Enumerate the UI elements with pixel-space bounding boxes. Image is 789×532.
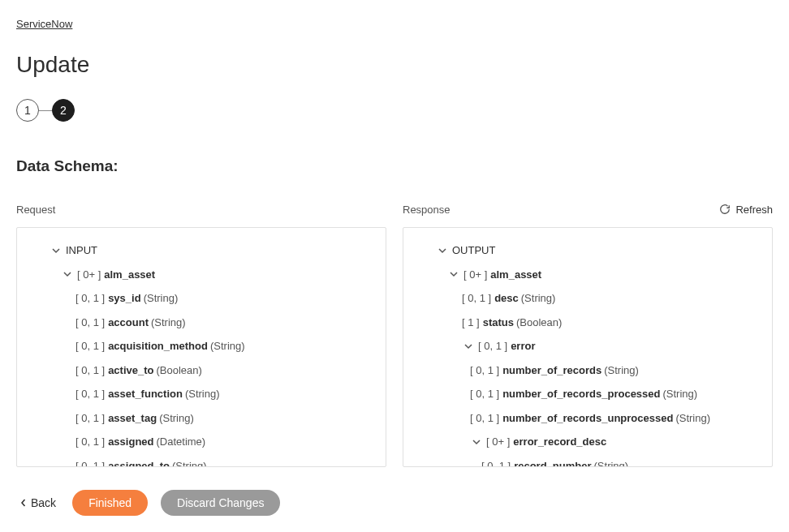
field-name: number_of_records_unprocessed bbox=[502, 410, 673, 427]
page-title: Update bbox=[16, 52, 773, 78]
tree-root-label: OUTPUT bbox=[452, 242, 495, 259]
cardinality: [ 0, 1 ] bbox=[75, 315, 105, 331]
back-button[interactable]: Back bbox=[16, 491, 59, 514]
tree-group[interactable]: [ 0+ ] alm_asset bbox=[25, 265, 377, 285]
field-name: acquisition_method bbox=[108, 338, 208, 354]
tree-group[interactable]: [ 0+ ] error_record_desc bbox=[412, 432, 764, 452]
cardinality: [ 0, 1 ] bbox=[470, 386, 499, 402]
tree-field: [ 1 ] status(Boolean) bbox=[412, 313, 764, 332]
chevron-down-icon[interactable] bbox=[470, 435, 483, 448]
field-type: (String) bbox=[151, 315, 186, 331]
field-type: (String) bbox=[159, 410, 194, 427]
tree-group[interactable]: [ 0+ ] alm_asset bbox=[412, 265, 764, 285]
refresh-button[interactable]: Refresh bbox=[719, 204, 773, 216]
field-name: alm_asset bbox=[490, 267, 541, 283]
field-type: (String) bbox=[144, 290, 179, 307]
response-header: Response bbox=[403, 204, 451, 216]
cardinality: [ 0+ ] bbox=[486, 434, 510, 450]
cardinality: [ 0, 1 ] bbox=[75, 410, 105, 427]
request-header: Request bbox=[16, 204, 55, 216]
field-name: assigned_to bbox=[108, 458, 170, 468]
tree-field: [ 0, 1 ] desc(String) bbox=[412, 289, 764, 308]
field-name: error bbox=[511, 338, 535, 354]
field-name: alm_asset bbox=[104, 267, 155, 283]
back-label: Back bbox=[31, 496, 56, 509]
footer: Back Finished Discard Changes bbox=[16, 490, 280, 516]
request-column: Request INPUT[ 0+ ] alm_asset[ 0, 1 ] sy… bbox=[16, 201, 386, 467]
field-name: number_of_records_processed bbox=[502, 386, 660, 402]
field-type: (String) bbox=[604, 363, 639, 379]
tree-field: [ 0, 1 ] number_of_records_unprocessed(S… bbox=[412, 409, 764, 428]
cardinality: [ 0+ ] bbox=[463, 267, 487, 283]
field-type: (String) bbox=[172, 458, 207, 468]
cardinality: [ 0, 1 ] bbox=[470, 363, 499, 379]
tree-field: [ 0, 1 ] record_number(String) bbox=[412, 457, 764, 468]
cardinality: [ 0, 1 ] bbox=[75, 290, 105, 307]
field-type: (String) bbox=[675, 410, 710, 427]
request-panel: INPUT[ 0+ ] alm_asset[ 0, 1 ] sys_id(Str… bbox=[16, 227, 386, 467]
tree-field: [ 0, 1 ] assigned(Datetime) bbox=[25, 432, 377, 452]
field-name: error_record_desc bbox=[513, 434, 606, 450]
tree-field: [ 0, 1 ] number_of_records(String) bbox=[412, 361, 764, 380]
breadcrumb[interactable]: ServiceNow bbox=[16, 18, 72, 30]
field-name: desc bbox=[494, 290, 519, 307]
field-name: asset_tag bbox=[108, 410, 157, 427]
field-name: status bbox=[483, 315, 514, 331]
tree-root-label: INPUT bbox=[66, 242, 97, 259]
tree-field: [ 0, 1 ] asset_tag(String) bbox=[25, 409, 377, 428]
field-name: active_to bbox=[108, 363, 153, 379]
cardinality: [ 0, 1 ] bbox=[481, 458, 511, 468]
cardinality: [ 0, 1 ] bbox=[478, 338, 507, 354]
step-2[interactable]: 2 bbox=[52, 99, 75, 122]
cardinality: [ 0, 1 ] bbox=[462, 290, 491, 307]
discard-button[interactable]: Discard Changes bbox=[161, 490, 280, 516]
tree-field: [ 0, 1 ] sys_id(String) bbox=[25, 289, 377, 308]
cardinality: [ 0, 1 ] bbox=[75, 338, 105, 354]
field-type: (String) bbox=[521, 290, 556, 307]
chevron-left-icon bbox=[19, 496, 28, 509]
cardinality: [ 0, 1 ] bbox=[75, 458, 105, 468]
tree-group[interactable]: [ 0, 1 ] error bbox=[412, 337, 764, 356]
tree-field: [ 0, 1 ] account(String) bbox=[25, 313, 377, 332]
field-type: (String) bbox=[210, 338, 245, 354]
field-type: (Boolean) bbox=[157, 363, 202, 379]
field-name: asset_function bbox=[108, 386, 183, 402]
cardinality: [ 0, 1 ] bbox=[75, 434, 105, 450]
field-type: (Datetime) bbox=[157, 434, 206, 450]
field-name: account bbox=[108, 315, 149, 331]
tree-field: [ 0, 1 ] acquisition_method(String) bbox=[25, 337, 377, 356]
field-name: sys_id bbox=[108, 290, 140, 307]
refresh-label: Refresh bbox=[735, 204, 773, 216]
response-panel: OUTPUT[ 0+ ] alm_asset[ 0, 1 ] desc(Stri… bbox=[403, 227, 773, 467]
field-type: (String) bbox=[594, 458, 629, 468]
field-name: assigned bbox=[108, 434, 153, 450]
tree-root[interactable]: INPUT bbox=[25, 241, 377, 260]
cardinality: [ 0, 1 ] bbox=[75, 363, 105, 379]
chevron-down-icon[interactable] bbox=[61, 268, 74, 281]
stepper: 1 2 bbox=[16, 99, 773, 122]
field-name: number_of_records bbox=[502, 363, 601, 379]
tree-field: [ 0, 1 ] asset_function(String) bbox=[25, 384, 377, 404]
tree-field: [ 0, 1 ] assigned_to(String) bbox=[25, 457, 377, 468]
cardinality: [ 1 ] bbox=[462, 315, 480, 331]
tree-field: [ 0, 1 ] number_of_records_processed(Str… bbox=[412, 384, 764, 404]
field-type: (String) bbox=[663, 386, 698, 402]
chevron-down-icon[interactable] bbox=[50, 244, 63, 257]
tree-root[interactable]: OUTPUT bbox=[412, 241, 764, 260]
cardinality: [ 0, 1 ] bbox=[470, 410, 499, 427]
response-column: Response Refresh OUTPUT[ 0+ ] alm_asset[… bbox=[403, 201, 773, 467]
finished-button[interactable]: Finished bbox=[72, 490, 148, 516]
refresh-icon bbox=[719, 204, 731, 215]
tree-field: [ 0, 1 ] active_to(Boolean) bbox=[25, 361, 377, 380]
step-connector bbox=[39, 110, 52, 111]
step-1[interactable]: 1 bbox=[16, 99, 39, 122]
chevron-down-icon[interactable] bbox=[462, 340, 475, 353]
section-title: Data Schema: bbox=[16, 157, 773, 175]
cardinality: [ 0, 1 ] bbox=[75, 386, 105, 402]
chevron-down-icon[interactable] bbox=[447, 268, 460, 281]
field-type: (Boolean) bbox=[516, 315, 562, 331]
chevron-down-icon[interactable] bbox=[436, 244, 449, 257]
field-type: (String) bbox=[185, 386, 220, 402]
cardinality: [ 0+ ] bbox=[77, 267, 101, 283]
field-name: record_number bbox=[514, 458, 591, 468]
